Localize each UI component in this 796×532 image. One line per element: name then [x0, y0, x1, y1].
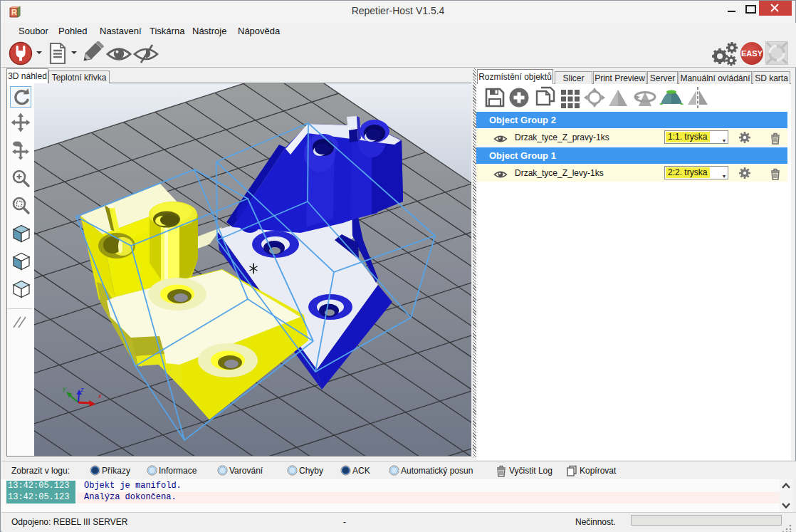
svg-text:y: y	[62, 385, 66, 392]
svg-text:z: z	[80, 386, 84, 393]
svg-text:x: x	[98, 392, 102, 400]
svg-text:R: R	[11, 8, 17, 16]
